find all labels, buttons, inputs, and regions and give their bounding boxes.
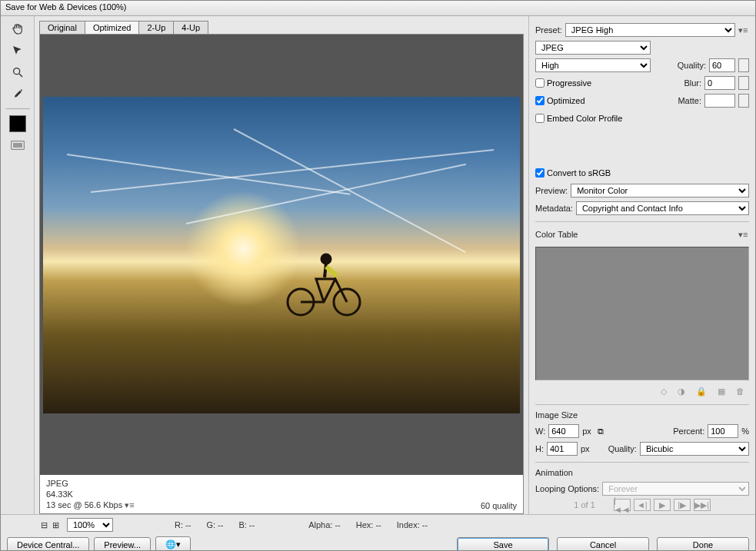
svg-point-6 — [321, 254, 331, 264]
status-time: 13 sec @ 56.6 Kbps — [46, 500, 122, 510]
done-button[interactable]: Done — [657, 537, 749, 552]
looping-select: Forever — [602, 482, 749, 496]
matte-swatch[interactable] — [704, 94, 735, 108]
status-quality: 60 quality — [481, 501, 517, 510]
bottom-bar: ⊟ ⊞ 100% R: -- G: -- B: -- Alpha: -- Hex… — [1, 514, 755, 551]
ct-lock-icon[interactable]: 🔒 — [696, 387, 707, 397]
preview-button[interactable]: Preview... — [94, 537, 151, 552]
preset-label: Preset: — [535, 25, 562, 35]
tab-optimized[interactable]: Optimized — [85, 21, 140, 34]
preview-canvas-wrap: JPEG 64.33K 13 sec @ 56.6 Kbps ▾≡ 60 qua… — [39, 34, 524, 514]
settings-panel: Preset: JPEG High ▾≡ JPEG High Quality: … — [528, 16, 755, 514]
preview-canvas[interactable] — [40, 35, 523, 475]
svg-point-0 — [13, 68, 19, 75]
percent-label: Percent: — [673, 427, 704, 436]
window-titlebar: Save for Web & Devices (100%) — [1, 1, 755, 16]
constrain-link-icon[interactable]: ⧉ — [598, 427, 604, 436]
preview-image — [43, 97, 520, 413]
ct-eyedrop-icon[interactable]: ◇ — [661, 387, 667, 397]
percent-input[interactable] — [708, 424, 738, 438]
status-size: 64.33K — [46, 489, 135, 500]
zoom-plus-icon[interactable]: ⊞ — [52, 520, 59, 530]
prev-frame-button[interactable]: ◄| — [634, 499, 651, 511]
info-r: R: -- — [175, 520, 191, 529]
svg-rect-3 — [13, 143, 22, 148]
preset-select[interactable]: JPEG High — [565, 23, 735, 37]
last-frame-button[interactable]: ▶▶| — [694, 499, 711, 511]
eyedropper-tool[interactable] — [8, 85, 27, 102]
info-b: B: -- — [238, 520, 255, 529]
zoom-minus-icon[interactable]: ⊟ — [41, 520, 48, 530]
frame-counter: 1 of 1 — [574, 500, 595, 510]
tab-2up[interactable]: 2-Up — [138, 21, 174, 34]
preset-flyout-icon[interactable]: ▾≡ — [738, 25, 749, 35]
image-size-label: Image Size — [535, 410, 749, 420]
toggle-slices-visibility[interactable] — [8, 137, 27, 154]
status-menu-icon[interactable]: ▾≡ — [125, 500, 134, 510]
convert-srgb-checkbox[interactable]: Convert to sRGB — [535, 168, 611, 178]
looping-label: Looping Options: — [535, 484, 599, 493]
preview-label: Preview: — [535, 186, 568, 195]
blur-label: Blur: — [684, 78, 701, 88]
ct-web-icon[interactable]: ◑ — [678, 387, 685, 397]
width-label: W: — [535, 427, 545, 436]
progressive-checkbox[interactable]: Progressive — [535, 78, 591, 88]
quality-input[interactable] — [709, 58, 735, 72]
matte-label: Matte: — [678, 96, 701, 105]
status-format: JPEG — [46, 478, 135, 489]
zoom-select[interactable]: 100% — [67, 518, 113, 532]
blur-spinner[interactable] — [738, 76, 749, 90]
color-table-toolbar: ◇ ◑ 🔒 ▦ 🗑 — [535, 384, 749, 399]
browser-preview-button[interactable]: 🌐▾ — [155, 536, 191, 551]
save-button[interactable]: Save — [457, 537, 549, 552]
svg-line-1 — [19, 74, 22, 77]
next-frame-button[interactable]: |▶ — [674, 499, 691, 511]
quality-label: Quality: — [678, 61, 706, 70]
preview-status: JPEG 64.33K 13 sec @ 56.6 Kbps ▾≡ 60 qua… — [40, 475, 523, 513]
preview-tabs: Original Optimized 2-Up 4-Up — [39, 21, 524, 34]
cancel-button[interactable]: Cancel — [557, 537, 649, 552]
toolstrip — [1, 16, 35, 514]
preview-select[interactable]: Monitor Color — [571, 184, 749, 197]
zoom-tool[interactable] — [8, 64, 27, 81]
window-title: Save for Web & Devices (100%) — [5, 2, 127, 12]
height-label: H: — [535, 444, 544, 453]
height-input[interactable] — [547, 442, 578, 456]
play-button[interactable]: ▶ — [654, 499, 671, 511]
resample-quality-select[interactable]: Bicubic — [640, 442, 749, 456]
ct-new-icon[interactable]: ▦ — [718, 387, 725, 397]
ct-trash-icon[interactable]: 🗑 — [736, 387, 744, 397]
first-frame-button[interactable]: |◄◄ — [614, 499, 631, 511]
foreground-color-swatch[interactable] — [9, 115, 26, 132]
quality-spinner[interactable] — [738, 58, 749, 72]
width-input[interactable] — [548, 424, 579, 438]
matte-spinner[interactable] — [738, 94, 749, 108]
embed-color-profile-checkbox[interactable]: Embed Color Profile — [535, 114, 622, 123]
resample-quality-label: Quality: — [608, 444, 637, 453]
slice-select-tool[interactable] — [8, 42, 27, 59]
animation-label: Animation — [535, 468, 749, 477]
info-alpha: Alpha: -- — [308, 520, 341, 529]
color-table-flyout-icon[interactable]: ▾≡ — [738, 230, 749, 240]
color-table-label: Color Table — [535, 230, 578, 239]
metadata-select[interactable]: Copyright and Contact Info — [576, 201, 749, 215]
quality-preset-select[interactable]: High — [535, 58, 651, 72]
color-table-grid[interactable] — [535, 247, 749, 380]
info-hex: Hex: -- — [356, 520, 381, 529]
tab-4up[interactable]: 4-Up — [173, 21, 208, 34]
info-index: Index: -- — [397, 520, 428, 529]
tab-original[interactable]: Original — [39, 21, 85, 34]
blur-input[interactable] — [704, 76, 735, 90]
metadata-label: Metadata: — [535, 204, 573, 213]
format-select[interactable]: JPEG — [535, 41, 651, 55]
optimized-checkbox[interactable]: Optimized — [535, 96, 585, 105]
device-central-button[interactable]: Device Central... — [7, 537, 89, 552]
info-g: G: -- — [206, 520, 223, 529]
hand-tool[interactable] — [8, 21, 27, 38]
